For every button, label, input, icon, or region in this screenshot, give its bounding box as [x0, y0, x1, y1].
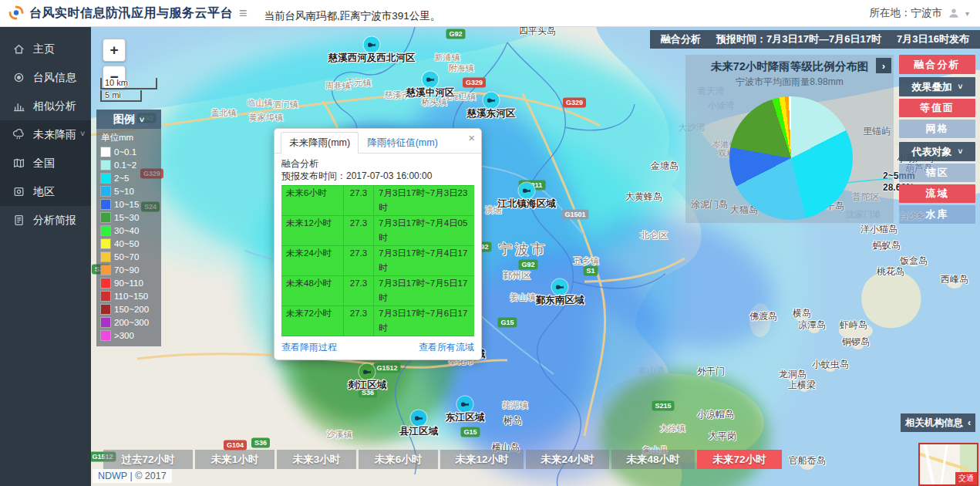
- fusion-analysis-button[interactable]: 融合分析: [899, 55, 975, 74]
- rainfall-row[interactable]: 未来48小时27.37月3日17时~7月5日17时: [281, 276, 474, 306]
- watershed-marker-label: 剡江区域: [348, 379, 386, 392]
- layer-control-column: 融合分析 效果叠加˅ 等值面网格 代表对象˅ 辖区流域水库: [899, 55, 975, 224]
- legend-swatch: [101, 226, 110, 235]
- sidebar-item-national[interactable]: 全国: [0, 149, 91, 177]
- legend-swatch: [101, 174, 110, 183]
- layer-group-header-1[interactable]: 代表对象˅: [899, 142, 975, 161]
- watershed-marker[interactable]: [411, 410, 427, 427]
- sidebar-item-future-rain[interactable]: 未来降雨 ˅: [0, 120, 91, 149]
- legend-swatch: [101, 160, 110, 170]
- chevron-down-icon: ˅: [80, 129, 85, 138]
- legend-item: 50~70: [101, 250, 157, 263]
- legend-body: 单位mm 0~0.1 0.1~2 2~5 5~10 10~15 15~30 30…: [96, 129, 161, 346]
- popup-tabs: 未来降雨(mm)降雨特征值(mm): [274, 129, 481, 154]
- sidebar-item-district[interactable]: 地区: [0, 177, 91, 206]
- menu-icon[interactable]: ≡: [239, 6, 248, 20]
- legend-swatch: [101, 213, 110, 222]
- legend-swatch: [101, 187, 110, 196]
- rainfall-row[interactable]: 未来72小时27.37月3日17时~7月6日17时: [281, 306, 474, 336]
- watershed-marker[interactable]: [552, 279, 568, 295]
- map-label: 新浦镇: [435, 52, 460, 63]
- scale-km: 10 km: [100, 78, 157, 89]
- typhoon-icon: [12, 71, 26, 85]
- legend-swatch: [101, 200, 110, 209]
- related-institutions-button[interactable]: 相关机构信息 ‹: [901, 413, 975, 432]
- zoom-in-button[interactable]: +: [103, 39, 126, 62]
- pie-callout-line: [685, 55, 894, 223]
- road-badge: G1512: [373, 363, 400, 373]
- sidebar-item-similar-analysis[interactable]: 相似分析: [0, 92, 91, 120]
- road-badge: S215: [652, 401, 674, 411]
- sidebar-item-analysis-report[interactable]: 分析简报: [0, 206, 91, 235]
- minimap-road: [923, 443, 935, 486]
- time-button-2[interactable]: 未来3小时: [277, 450, 356, 469]
- forecast-info-bar: 融合分析 预报时间：7月3日17时—7月6日17时 7月3日16时发布: [650, 30, 980, 49]
- attribution-copyright: | © 2017: [130, 471, 166, 481]
- popup-tab-1[interactable]: 降雨特征值(mm): [359, 132, 446, 153]
- time-button-4[interactable]: 未来12小时: [440, 450, 524, 469]
- road-badge: G329: [563, 98, 586, 108]
- watershed-marker[interactable]: [519, 183, 535, 199]
- map-label: 盖北镇: [211, 107, 237, 119]
- map-canvas[interactable]: G92G329G329G92G329G9211S24G1501G92G92S32…: [91, 27, 980, 486]
- time-button-6[interactable]: 未来48小时: [611, 450, 695, 469]
- map-label: 鄞州区: [503, 269, 530, 282]
- road-badge: G104: [224, 440, 247, 451]
- attribution-brand[interactable]: NDWP: [98, 471, 127, 481]
- layer-button[interactable]: 等值面: [899, 99, 975, 117]
- time-button-0[interactable]: 过去72小时: [103, 450, 193, 469]
- popup-tab-0[interactable]: 未来降雨(mm): [281, 132, 359, 154]
- watershed-marker[interactable]: [457, 397, 473, 413]
- popup-source: 融合分析: [281, 157, 474, 170]
- view-rain-process-link[interactable]: 查看降雨过程: [281, 341, 337, 354]
- layer-button[interactable]: 水库: [899, 205, 975, 224]
- rainfall-row[interactable]: 未来6小时27.37月3日17时~7月3日23时: [281, 185, 474, 216]
- layer-button[interactable]: 辖区: [899, 164, 975, 182]
- map-label: 大徐镇: [660, 423, 685, 434]
- map-label: 北仑区: [640, 229, 668, 242]
- watershed-marker[interactable]: [364, 37, 380, 53]
- watershed-marker-label: 慈溪东河区: [467, 107, 516, 120]
- view-all-basins-link[interactable]: 查看所有流域: [419, 341, 474, 354]
- user-icon[interactable]: [948, 7, 960, 19]
- chevron-down-icon: ˅: [140, 115, 144, 124]
- legend-swatch: [101, 292, 110, 301]
- legend-title: 图例: [113, 113, 135, 127]
- legend-item: 150~200: [101, 302, 157, 316]
- home-icon: [12, 42, 26, 56]
- minimap-thumbnail[interactable]: 交通: [918, 443, 978, 486]
- map-label: 小凉帽岛: [697, 408, 734, 421]
- rainfall-row[interactable]: 未来24小时27.37月3日17时~7月4日17时: [281, 246, 474, 276]
- layer-group-header-0[interactable]: 效果叠加˅: [899, 77, 975, 96]
- time-button-5[interactable]: 未来24小时: [526, 450, 609, 469]
- legend-item: 200~300: [101, 316, 157, 329]
- map-label: 小蚊虫岛: [812, 358, 849, 371]
- layer-button[interactable]: 流域: [899, 184, 975, 203]
- rainfall-row[interactable]: 未来12小时27.37月3日17时~7月4日05时: [281, 216, 474, 246]
- watershed-marker[interactable]: [423, 72, 439, 88]
- legend-unit: 单位mm: [101, 132, 157, 143]
- road-badge: G15: [460, 427, 480, 437]
- map-label: 外干门: [697, 365, 725, 378]
- sidebar-item-home[interactable]: 主页: [0, 35, 91, 63]
- chevron-down-icon: ˅: [958, 147, 963, 156]
- time-button-3[interactable]: 未来6小时: [359, 450, 438, 469]
- watershed-marker[interactable]: [483, 93, 500, 109]
- map-label: 大平岗: [709, 430, 736, 443]
- map-label: 沙溪镇: [327, 429, 352, 440]
- time-button-7[interactable]: 未来72小时: [697, 450, 782, 469]
- legend-swatch: [101, 147, 110, 157]
- layer-button[interactable]: 网格: [899, 120, 975, 138]
- rainfall-popup: × 未来降雨(mm)降雨特征值(mm) 融合分析 预报发布时间：2017-07-…: [274, 128, 482, 360]
- chevron-down-icon[interactable]: ▾: [965, 9, 969, 18]
- map-label: 铜锣岛: [842, 336, 870, 349]
- close-icon[interactable]: ×: [468, 132, 475, 143]
- legend-swatch: [101, 318, 110, 327]
- sidebar-item-typhoon-info[interactable]: 台风信息: [0, 63, 91, 92]
- watershed-marker[interactable]: [359, 364, 375, 380]
- legend-header[interactable]: 图例 ˅: [96, 110, 161, 129]
- forecast-issued: 7月3日16时发布: [897, 32, 969, 46]
- map-label: 上横梁: [788, 379, 816, 392]
- map-label: 桃花岛: [877, 265, 904, 278]
- time-button-1[interactable]: 未来1小时: [195, 450, 274, 469]
